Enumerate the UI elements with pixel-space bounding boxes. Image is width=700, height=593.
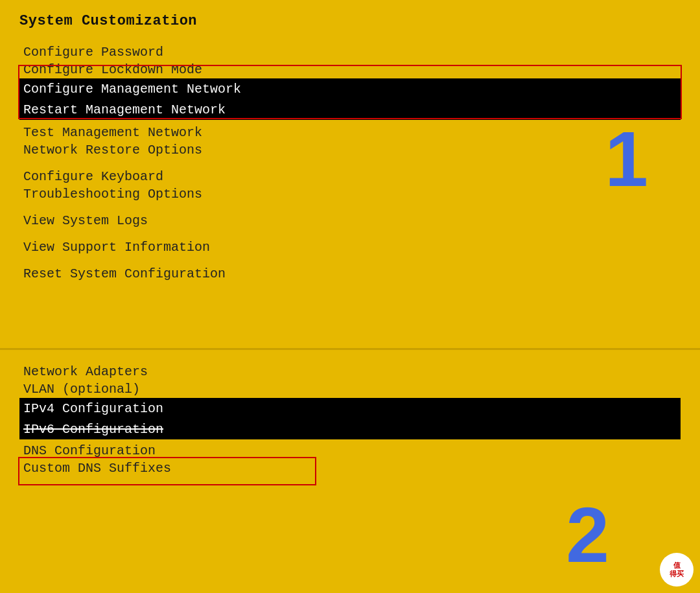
watermark: 值得买 xyxy=(660,553,694,587)
menu-item-view-system-logs[interactable]: View System Logs xyxy=(19,212,681,229)
menu-item-reset-system-config[interactable]: Reset System Configuration xyxy=(19,265,681,283)
menu-item-view-support-info[interactable]: View Support Information xyxy=(19,238,681,256)
watermark-text: 值得买 xyxy=(670,561,684,578)
spacer-3 xyxy=(19,229,681,238)
spacer-2 xyxy=(19,203,681,212)
number-label-1: 1 xyxy=(605,120,648,198)
bottom-panel: Network Adapters VLAN (optional) IPv4 Co… xyxy=(0,350,700,593)
menu-item-configure-password[interactable]: Configure Password xyxy=(19,43,681,61)
menu-item-troubleshooting[interactable]: Troubleshooting Options xyxy=(19,185,681,203)
bottom-red-box xyxy=(18,457,316,485)
menu-item-network-restore[interactable]: Network Restore Options xyxy=(19,141,681,159)
menu-item-ipv4-config[interactable]: IPv4 Configuration xyxy=(19,398,681,419)
menu-item-network-adapters[interactable]: Network Adapters xyxy=(19,363,681,380)
spacer-1 xyxy=(19,159,681,168)
top-red-box xyxy=(18,65,682,119)
top-panel: System Customization Configure Password … xyxy=(0,0,700,350)
menu-item-vlan[interactable]: VLAN (optional) xyxy=(19,380,681,398)
menu-item-configure-keyboard[interactable]: Configure Keyboard xyxy=(19,168,681,185)
menu-item-test-mgmt-network[interactable]: Test Management Network xyxy=(19,124,681,141)
number-label-2: 2 xyxy=(566,496,609,574)
top-panel-title: System Customization xyxy=(19,13,681,29)
spacer-4 xyxy=(19,256,681,265)
menu-item-ipv6-config[interactable]: IPv6 Configuration xyxy=(19,419,681,439)
